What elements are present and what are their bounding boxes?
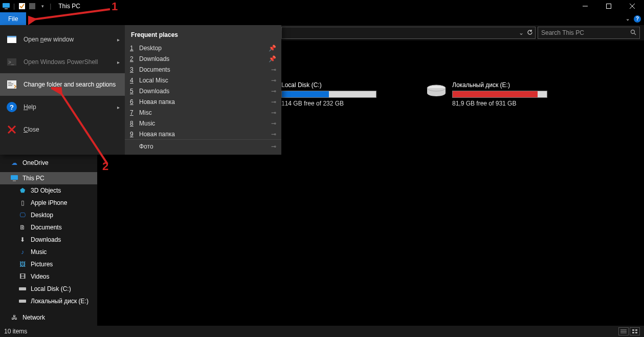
svg-rect-11 xyxy=(7,36,16,37)
submenu-arrow-icon: ▸ xyxy=(117,104,120,110)
frequent-place[interactable]: 4Local Misc⊸ xyxy=(125,75,281,86)
status-bar: 10 items xyxy=(0,326,644,337)
frequent-place[interactable]: Фото⊸ xyxy=(125,139,281,153)
svg-rect-32 xyxy=(635,332,637,333)
maximize-button[interactable] xyxy=(597,0,620,12)
menu-open-powershell[interactable]: >_ Open Windows PowerShell ▸ xyxy=(0,51,125,73)
drive-c[interactable]: Local Disk (C:) 114 GB free of 232 GB xyxy=(281,81,376,107)
onedrive-icon: ☁ xyxy=(10,159,18,167)
videos-icon: 🎞 xyxy=(18,272,27,281)
svg-rect-15 xyxy=(8,82,11,83)
pin-icon[interactable]: ⊸ xyxy=(271,88,276,95)
svg-rect-22 xyxy=(19,287,26,290)
sidebar-item-network[interactable]: 🖧Network xyxy=(0,311,97,324)
refresh-icon[interactable] xyxy=(527,29,533,37)
qat-dropdown-icon[interactable]: ▾ xyxy=(38,2,47,10)
tiles-view-button[interactable] xyxy=(630,327,640,335)
file-menu-left: Open new window ▸ >_ Open Windows PowerS… xyxy=(0,25,125,155)
sidebar-item-localc[interactable]: Local Disk (C:) xyxy=(0,283,97,295)
sidebar-item-thispc[interactable]: This PC xyxy=(0,172,97,184)
separator: | xyxy=(50,3,51,10)
frequent-place[interactable]: 1Desktop📌 xyxy=(125,43,281,53)
sidebar-item-documents[interactable]: 🗎Documents xyxy=(0,221,97,234)
pin-icon[interactable]: ⊸ xyxy=(271,120,276,127)
sidebar-item-locale[interactable]: Локальный диск (E:) xyxy=(0,295,97,307)
search-input[interactable]: Search This PC xyxy=(538,27,640,39)
svg-rect-0 xyxy=(3,3,10,8)
content-pane: Local Disk (C:) 114 GB free of 232 GB Ло… xyxy=(281,40,644,326)
qat-props-icon[interactable] xyxy=(28,2,36,10)
window-controls xyxy=(573,0,644,12)
search-placeholder: Search This PC xyxy=(541,29,584,36)
pin-icon[interactable]: 📌 xyxy=(269,45,276,52)
menu-change-options[interactable]: Change folder and search options xyxy=(0,73,125,96)
drive-usage-bar xyxy=(281,91,376,98)
network-icon: 🖧 xyxy=(10,313,18,322)
svg-line-9 xyxy=(634,33,636,35)
menu-open-new-window[interactable]: Open new window ▸ xyxy=(0,28,125,51)
ribbon: File ⌄ ? xyxy=(0,12,644,25)
thispc-icon xyxy=(10,174,18,182)
frequent-place[interactable]: 2Downloads📌 xyxy=(125,53,281,64)
frequent-place[interactable]: 6Новая папка⊸ xyxy=(125,96,281,107)
search-icon[interactable] xyxy=(630,29,636,37)
close-button[interactable] xyxy=(620,0,644,12)
ribbon-right: ⌄ ? xyxy=(626,12,641,25)
pin-icon[interactable]: ⊸ xyxy=(271,98,276,106)
pin-icon[interactable]: ⊸ xyxy=(271,77,276,84)
frequent-places-header: Frequent places xyxy=(125,29,281,43)
file-tab[interactable]: File xyxy=(0,12,26,25)
sidebar-item-downloads[interactable]: ⬇Downloads xyxy=(0,234,97,246)
svg-rect-3 xyxy=(29,3,35,9)
svg-rect-31 xyxy=(632,332,634,333)
minimize-button[interactable] xyxy=(573,0,597,12)
drive-name: Локальный диск (E:) xyxy=(452,81,547,89)
sidebar-item-desktop[interactable]: 🖵Desktop xyxy=(0,209,97,221)
drive-e[interactable]: Локальный диск (E:) 81,9 GB free of 931 … xyxy=(425,81,547,107)
menu-close[interactable]: Close xyxy=(0,118,125,141)
menu-label: Open new window xyxy=(24,36,74,43)
sidebar-item-music[interactable]: ♪Music xyxy=(0,246,97,258)
file-menu: Open new window ▸ >_ Open Windows PowerS… xyxy=(0,25,281,155)
frequent-place[interactable]: 9Новая папка⊸ xyxy=(125,129,281,139)
svg-rect-5 xyxy=(607,4,611,9)
sidebar-item-iphone[interactable]: ▯Apple iPhone xyxy=(0,197,97,209)
sidebar-item-pictures[interactable]: 🖼Pictures xyxy=(0,258,97,270)
ribbon-expand-icon[interactable]: ⌄ xyxy=(626,16,630,22)
pin-icon[interactable]: ⊸ xyxy=(271,109,276,116)
view-buttons xyxy=(618,327,640,335)
title-bar-left: | ▾ | This PC xyxy=(0,2,80,10)
pin-icon[interactable]: ⊸ xyxy=(271,143,276,150)
svg-rect-30 xyxy=(635,329,637,331)
svg-point-8 xyxy=(631,30,635,33)
menu-label: Close xyxy=(24,126,39,133)
drive-free-text: 114 GB free of 232 GB xyxy=(281,100,376,107)
menu-label: Change folder and search options xyxy=(24,81,116,88)
sidebar-item-videos[interactable]: 🎞Videos xyxy=(0,270,97,283)
sidebar-item-3dobjects[interactable]: ⬟3D Objects xyxy=(0,184,97,197)
options-icon xyxy=(5,78,18,91)
menu-label: Open Windows PowerShell xyxy=(24,58,98,66)
address-bar[interactable]: ⌄ xyxy=(281,27,536,39)
svg-rect-23 xyxy=(19,300,26,303)
pin-icon[interactable]: ⊸ xyxy=(271,131,276,138)
details-view-button[interactable] xyxy=(618,327,629,335)
svg-rect-21 xyxy=(13,180,16,181)
drive-usage-bar xyxy=(452,91,547,98)
frequent-place[interactable]: 5Downloads⊸ xyxy=(125,86,281,96)
frequent-place[interactable]: 8Music⊸ xyxy=(125,118,281,129)
address-dropdown-icon[interactable]: ⌄ xyxy=(519,29,524,36)
menu-help[interactable]: ? Help ▸ xyxy=(0,96,125,118)
status-item-count: 10 items xyxy=(4,328,27,335)
frequent-place[interactable]: 3Documents⊸ xyxy=(125,64,281,75)
pin-icon[interactable]: 📌 xyxy=(269,55,276,62)
sidebar-item-onedrive[interactable]: ☁OneDrive xyxy=(0,157,97,169)
frequent-place[interactable]: 7Misc⊸ xyxy=(125,107,281,118)
phone-icon: ▯ xyxy=(18,199,27,207)
qat-save-icon[interactable] xyxy=(18,2,26,10)
help-menu-icon: ? xyxy=(5,100,18,114)
help-icon[interactable]: ? xyxy=(634,15,641,23)
pin-icon[interactable]: ⊸ xyxy=(271,66,276,73)
drive-icon xyxy=(425,81,448,102)
documents-icon: 🗎 xyxy=(18,223,27,231)
